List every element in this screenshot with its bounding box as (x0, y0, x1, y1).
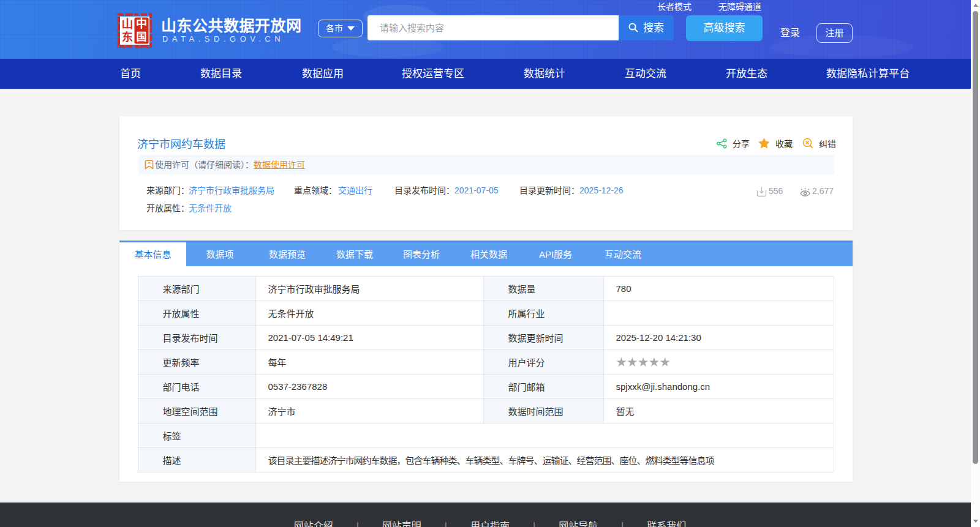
svg-text:国: 国 (137, 31, 147, 43)
svg-text:东: 东 (122, 31, 133, 43)
svg-text:山: 山 (121, 18, 133, 31)
svg-text:中: 中 (136, 17, 147, 30)
